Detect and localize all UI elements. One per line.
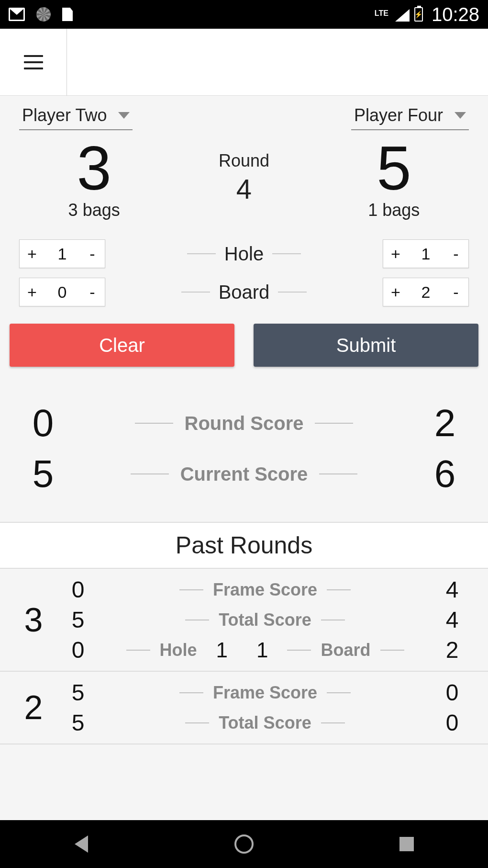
- past-frame-left: 5: [61, 679, 95, 706]
- lte-label: LTE: [375, 9, 388, 18]
- divider: [185, 620, 209, 620]
- divider: [380, 650, 404, 651]
- signal-icon: [393, 7, 410, 22]
- divider: [321, 722, 345, 723]
- divider: [179, 692, 203, 693]
- past-round-number: 3: [19, 601, 48, 639]
- current-score-right: 6: [421, 452, 469, 496]
- battery-charging-icon: [414, 7, 423, 22]
- past-hole-left: 0: [61, 637, 95, 663]
- plus-icon[interactable]: +: [26, 245, 38, 263]
- recents-button[interactable]: [395, 833, 418, 856]
- current-score-label: Current Score: [180, 463, 308, 485]
- recents-icon: [399, 837, 414, 851]
- back-icon: [75, 835, 88, 853]
- divider: [179, 589, 203, 590]
- right-board-value: 2: [421, 283, 431, 302]
- past-frame-left: 0: [61, 576, 95, 603]
- past-board-right: 2: [435, 637, 469, 663]
- android-nav-bar: [0, 820, 488, 868]
- past-hole-right: 1: [216, 638, 228, 662]
- player-left-select[interactable]: Player Two: [19, 105, 133, 130]
- app-bar: [0, 29, 488, 96]
- past-rounds-header: Past Rounds: [0, 522, 488, 569]
- past-round-number: 2: [19, 688, 48, 727]
- right-hole-value: 1: [421, 245, 431, 263]
- left-bags: 3 bags: [68, 200, 120, 220]
- hole-label: Hole: [224, 243, 264, 265]
- home-button[interactable]: [233, 833, 255, 856]
- submit-button-label: Submit: [336, 335, 396, 356]
- right-bags: 1 bags: [368, 200, 420, 220]
- past-frame-right: 0: [435, 679, 469, 706]
- divider: [319, 473, 357, 474]
- round-label: Round: [219, 151, 269, 171]
- total-score-label: Total Score: [219, 610, 311, 630]
- past-hole-label: Hole: [160, 640, 197, 660]
- left-hole-value: 1: [58, 245, 67, 263]
- chevron-down-icon: [118, 112, 130, 119]
- divider: [131, 473, 169, 474]
- divider: [185, 722, 209, 723]
- minus-icon[interactable]: -: [87, 245, 98, 263]
- round-number: 4: [236, 173, 252, 205]
- past-total-right: 4: [435, 607, 469, 633]
- player-left-label: Player Two: [22, 105, 107, 125]
- divider: [181, 292, 210, 293]
- past-board-left: 1: [256, 638, 268, 662]
- plus-icon[interactable]: +: [390, 283, 401, 302]
- divider: [327, 692, 351, 693]
- plus-icon[interactable]: +: [390, 245, 401, 263]
- frame-score-label: Frame Score: [213, 683, 317, 703]
- total-score-label: Total Score: [219, 713, 311, 733]
- minus-icon[interactable]: -: [450, 283, 462, 302]
- past-total-left: 5: [61, 607, 95, 633]
- sd-card-icon: [62, 8, 73, 21]
- divider: [327, 589, 351, 590]
- status-time: 10:28: [432, 4, 479, 25]
- chevron-down-icon: [455, 112, 466, 119]
- loading-spinner-icon: [36, 7, 51, 22]
- left-board-value: 0: [58, 283, 67, 302]
- minus-icon[interactable]: -: [87, 283, 98, 302]
- divider: [135, 423, 173, 424]
- left-score: 3: [77, 137, 111, 199]
- gmail-icon: [9, 8, 25, 21]
- clear-button-label: Clear: [99, 335, 145, 356]
- menu-button[interactable]: [0, 29, 67, 96]
- board-label: Board: [219, 282, 270, 303]
- right-score: 5: [377, 137, 411, 199]
- divider: [315, 423, 353, 424]
- current-score-left: 5: [19, 452, 67, 496]
- minus-icon[interactable]: -: [450, 245, 462, 263]
- plus-icon[interactable]: +: [26, 283, 38, 302]
- home-icon: [234, 834, 254, 854]
- past-board-label: Board: [321, 640, 370, 660]
- back-button[interactable]: [70, 833, 93, 856]
- divider: [272, 253, 301, 254]
- divider: [278, 292, 307, 293]
- left-board-stepper[interactable]: + 0 -: [19, 278, 105, 306]
- past-round-row: 2 5 Frame Score 0 5 Total Score: [0, 672, 488, 744]
- round-score-label: Round Score: [185, 413, 304, 434]
- past-frame-right: 4: [435, 576, 469, 603]
- divider: [187, 253, 216, 254]
- left-hole-stepper[interactable]: + 1 -: [19, 239, 105, 268]
- player-right-label: Player Four: [354, 105, 443, 125]
- round-score-left: 0: [19, 401, 67, 445]
- clear-button[interactable]: Clear: [10, 324, 234, 367]
- android-status-bar: LTE 10:28: [0, 0, 488, 29]
- right-board-stepper[interactable]: + 2 -: [383, 278, 469, 306]
- divider: [287, 650, 311, 651]
- past-total-left: 5: [61, 710, 95, 736]
- hamburger-icon: [24, 55, 43, 69]
- frame-score-label: Frame Score: [213, 580, 317, 600]
- right-hole-stepper[interactable]: + 1 -: [383, 239, 469, 268]
- divider: [321, 620, 345, 620]
- past-total-right: 0: [435, 710, 469, 736]
- round-score-right: 2: [421, 401, 469, 445]
- past-round-row: 3 0 Frame Score 4 5 Total Score: [0, 569, 488, 672]
- divider: [126, 650, 150, 651]
- player-right-select[interactable]: Player Four: [351, 105, 469, 130]
- submit-button[interactable]: Submit: [254, 324, 478, 367]
